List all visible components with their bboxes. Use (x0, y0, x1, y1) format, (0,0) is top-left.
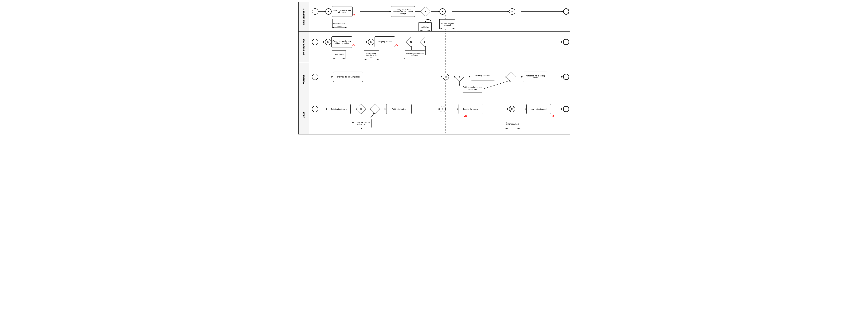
td-task-advice-note[interactable]: Entering the advice note list into the c… (332, 36, 352, 48)
td-task-customs[interactable]: Performing the customs clearance (404, 50, 425, 59)
rd-doc-customer-order-label: Customer's order (333, 23, 345, 24)
td-doc-containers-label: List of containers loaded onto the train (364, 53, 379, 58)
dr-message-event-1: ✉ (439, 106, 446, 112)
rd-task-draw-list[interactable]: Drawing up the list of containers for sh… (391, 6, 415, 17)
td-message-event-2: ✉ (368, 39, 374, 45)
rd-task-enter-order[interactable]: Entering the order into the custom (332, 6, 352, 17)
rd-doc-container-num-label: No. of container to be loaded (440, 23, 454, 26)
bpmn-diagram: Road dispatcher (298, 2, 570, 134)
dr-task-leave-terminal[interactable]: Leaving the terminal (526, 104, 551, 114)
dr-end-event (563, 106, 569, 112)
rd-message-event-3: ✉ (439, 8, 446, 14)
td-gateway-plus: + (420, 37, 430, 47)
op-task-loading[interactable]: Loading the vehicle (471, 71, 495, 81)
td-d2-label: d2 (352, 44, 355, 47)
op-start-event (312, 74, 318, 80)
dr-d5-label: d5 (551, 115, 554, 118)
rd-envelope-icon-3: ✉ (441, 10, 443, 13)
rd-end-event (563, 8, 569, 14)
lane-train-dispatcher: Train dispatcher (299, 32, 569, 63)
td-start-event (312, 39, 318, 45)
rd-message-event-4: ✉ (509, 8, 515, 14)
op-gateway-plus-1: + (455, 72, 464, 82)
td-gateway-x: ✕ (406, 37, 416, 47)
dr-task-load-vehicle[interactable]: Loading the vehicle (459, 104, 483, 114)
rd-doc-list-label: List of containers (419, 25, 431, 29)
op-gateway-plus-2: + (506, 72, 516, 82)
lane-operator: Operator (299, 63, 569, 96)
rd-doc-customer-order: Customer's order (332, 19, 346, 28)
dr-d4-label: d4 (464, 115, 467, 118)
td-d3-label: d3 (395, 44, 398, 47)
lane-label-driver: Driver (299, 96, 309, 134)
rd-gateway-plus: + (421, 7, 431, 17)
rd-doc-container-num: No. of container to be loaded (439, 19, 455, 29)
dr-gateway-plus: + (370, 104, 380, 114)
rd-start-event (312, 8, 318, 14)
lane-label-train-dispatcher: Train dispatcher (299, 32, 309, 63)
dr-message-event-double: ✉ (509, 106, 515, 112)
dr-task-customs[interactable]: Performing the customs clearance (351, 119, 372, 128)
lane-content-driver: Entering the terminal ✕ + Performing the… (309, 96, 569, 134)
dr-gateway-x: ✕ (356, 104, 366, 114)
dr-gateway-plus-icon: + (372, 106, 378, 112)
rd-envelope-icon-4: ✉ (511, 10, 513, 13)
dr-task-enter-terminal[interactable]: Entering the terminal (328, 104, 351, 114)
dr-gateway-x-icon: ✕ (358, 106, 364, 112)
lane-label-operator: Operator (299, 63, 309, 96)
td-doc-advice: Advice note list (332, 50, 346, 59)
lane-content-operator: Performing the reloading orders ✉ + Load… (309, 63, 569, 96)
op-envelope-1: ✉ (445, 75, 447, 78)
dr-envelope-1: ✉ (441, 108, 443, 110)
op-end-event (563, 74, 569, 80)
dr-envelope-2: ✉ (511, 108, 513, 110)
lane-content-train-dispatcher: ✉ Entering the advice note list into the… (309, 32, 569, 63)
td-gateway-x-icon: ✕ (407, 39, 414, 45)
rd-doc-list-containers: List of containers (418, 23, 432, 31)
lane-driver: Driver (299, 96, 569, 134)
op-task-reloading[interactable]: Performing the reloading orders (333, 71, 363, 82)
op-task-containers-storage[interactable]: Putting containers to the storage yard (462, 84, 483, 92)
lane-road-dispatcher: Road dispatcher (299, 2, 569, 32)
rd-message-event-1: ✉ (326, 8, 332, 14)
dr-task-waiting[interactable]: Waiting for loading (386, 104, 411, 114)
rd-d1-label: d1 (352, 14, 355, 17)
lane-content-road-dispatcher: ✉ Entering the order into the custom Cus… (309, 2, 569, 31)
rd-gateway-plus-icon: + (422, 8, 429, 15)
op-message-event-1: ✉ (443, 74, 449, 80)
td-gateway-plus-icon: + (421, 39, 428, 45)
svg-line-31 (483, 80, 511, 89)
td-end-event (563, 39, 569, 45)
td-doc-advice-label: Advice note list (334, 54, 344, 56)
dr-doc-readiness-label: Information on the readiness to leave (504, 122, 521, 126)
op-gateway-plus-2-icon: + (507, 73, 514, 80)
td-message-event-1: ✉ (325, 39, 331, 45)
dr-start-event (312, 106, 318, 112)
dr-doc-readiness: Information on the readiness to leave (504, 119, 521, 129)
op-gateway-plus-1-icon: + (456, 73, 463, 80)
td-envelope-1: ✉ (327, 41, 329, 43)
td-task-accept-train[interactable]: Accepting the train (374, 36, 395, 47)
td-envelope-2: ✉ (370, 41, 372, 43)
op-task-reloading-2[interactable]: Performing the reloading orders (523, 71, 547, 82)
rd-envelope-icon-1: ✉ (328, 10, 330, 13)
lane-label-road-dispatcher: Road dispatcher (299, 2, 309, 31)
td-doc-containers-loaded: List of containers loaded onto the train (364, 50, 379, 60)
